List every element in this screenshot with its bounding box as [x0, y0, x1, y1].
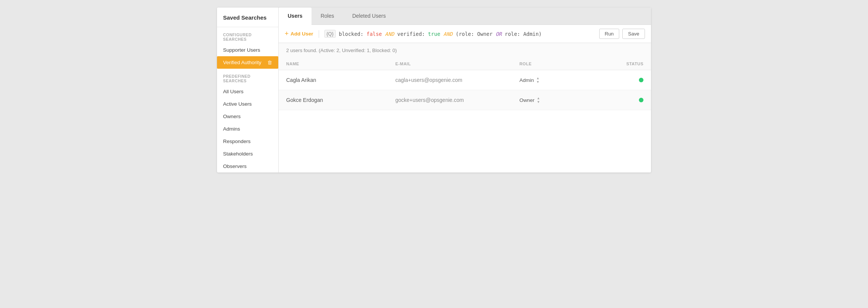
- sidebar-item-admins[interactable]: Admins: [217, 123, 278, 135]
- plus-icon: +: [285, 30, 289, 38]
- sidebar-item-owners[interactable]: Owners: [217, 110, 278, 123]
- sidebar-item-label: Admins: [223, 126, 240, 132]
- query-key2: verified: [397, 31, 422, 37]
- sidebar: Saved Searches CONFIGURED SEARCHES Suppo…: [217, 8, 279, 172]
- sidebar-item-observers[interactable]: Observers: [217, 160, 278, 172]
- table-header: NAME E-MAIL ROLE STATUS: [279, 58, 651, 70]
- role-label: Admin: [519, 77, 534, 83]
- role-selector[interactable]: ▲▼: [536, 76, 539, 84]
- users-table: NAME E-MAIL ROLE STATUS Cagla Arikan cag…: [279, 58, 651, 172]
- add-user-button[interactable]: + Add User: [285, 30, 313, 38]
- user-status: [594, 78, 643, 82]
- user-email: gocke+users@opsgenie.com: [395, 97, 519, 103]
- table-row: Gokce Erdogan gocke+users@opsgenie.com O…: [279, 90, 651, 110]
- role-label: Owner: [519, 97, 535, 103]
- tab-roles-label: Roles: [321, 13, 334, 19]
- sidebar-item-verified-authority[interactable]: Verified Authority 🗑: [217, 56, 278, 69]
- user-status: [594, 98, 643, 102]
- sidebar-item-label: Responders: [223, 139, 251, 144]
- sidebar-item-label: Verified Authority: [223, 60, 261, 65]
- role-selector[interactable]: ▲▼: [537, 96, 540, 104]
- tab-roles[interactable]: Roles: [312, 8, 343, 25]
- toolbar-divider: [319, 30, 319, 38]
- main-content: Users Roles Deleted Users + Add User {Q}…: [279, 8, 651, 172]
- query-or1: OR: [496, 31, 502, 37]
- add-user-label: Add User: [291, 31, 313, 37]
- tab-users-label: Users: [288, 13, 302, 19]
- sidebar-item-label: Observers: [223, 163, 246, 169]
- user-name: Gokce Erdogan: [286, 97, 395, 103]
- sidebar-item-label: All Users: [223, 89, 243, 94]
- query-text[interactable]: blocked: false AND verified: true AND (r…: [339, 31, 596, 37]
- sidebar-item-stakeholders[interactable]: Stakeholders: [217, 148, 278, 160]
- sidebar-item-label: Active Users: [223, 101, 252, 107]
- sidebar-item-label: Stakeholders: [223, 151, 253, 157]
- col-header-status: STATUS: [594, 62, 643, 66]
- tab-bar: Users Roles Deleted Users: [279, 8, 651, 25]
- query-role2: Admin: [523, 31, 539, 37]
- save-button[interactable]: Save: [622, 29, 645, 39]
- user-name: Cagla Arikan: [286, 77, 395, 83]
- col-header-name: NAME: [286, 62, 395, 66]
- query-val1: false: [367, 31, 382, 37]
- sidebar-title: Saved Searches: [217, 8, 278, 27]
- query-val2: true: [428, 31, 440, 37]
- status-active-dot: [639, 98, 643, 102]
- tab-deleted-users[interactable]: Deleted Users: [343, 8, 395, 25]
- sidebar-item-responders[interactable]: Responders: [217, 135, 278, 148]
- query-key1: blocked: [339, 31, 360, 37]
- delete-icon[interactable]: 🗑: [267, 60, 272, 65]
- col-header-email: E-MAIL: [395, 62, 519, 66]
- sidebar-item-active-users[interactable]: Active Users: [217, 98, 278, 110]
- user-role: Owner ▲▼: [519, 96, 594, 104]
- results-summary: 2 users found. (Active: 2, Unverified: 1…: [279, 43, 651, 58]
- query-and2: AND: [443, 31, 453, 37]
- search-query-icon[interactable]: {Q}: [324, 30, 336, 38]
- run-button[interactable]: Run: [599, 29, 620, 39]
- table-row: Cagla Arikan cagla+users@opsgenie.com Ad…: [279, 70, 651, 90]
- query-role1: Owner: [477, 31, 493, 37]
- col-header-role: ROLE: [519, 62, 594, 66]
- toolbar: + Add User {Q} blocked: false AND verifi…: [279, 25, 651, 43]
- user-role: Admin ▲▼: [519, 76, 594, 84]
- status-active-dot: [639, 78, 643, 82]
- sidebar-item-supporter-users[interactable]: Supporter Users: [217, 44, 278, 56]
- app-container: Saved Searches CONFIGURED SEARCHES Suppo…: [217, 8, 651, 172]
- predefined-searches-label: PREDEFINED SEARCHES: [217, 69, 278, 85]
- sidebar-item-label: Owners: [223, 114, 241, 119]
- sidebar-item-label: Supporter Users: [223, 47, 260, 53]
- tab-users[interactable]: Users: [279, 8, 312, 25]
- sidebar-item-all-users[interactable]: All Users: [217, 85, 278, 98]
- user-email: cagla+users@opsgenie.com: [395, 77, 519, 83]
- tab-deleted-users-label: Deleted Users: [352, 13, 386, 19]
- query-and1: AND: [385, 31, 394, 37]
- configured-searches-label: CONFIGURED SEARCHES: [217, 27, 278, 44]
